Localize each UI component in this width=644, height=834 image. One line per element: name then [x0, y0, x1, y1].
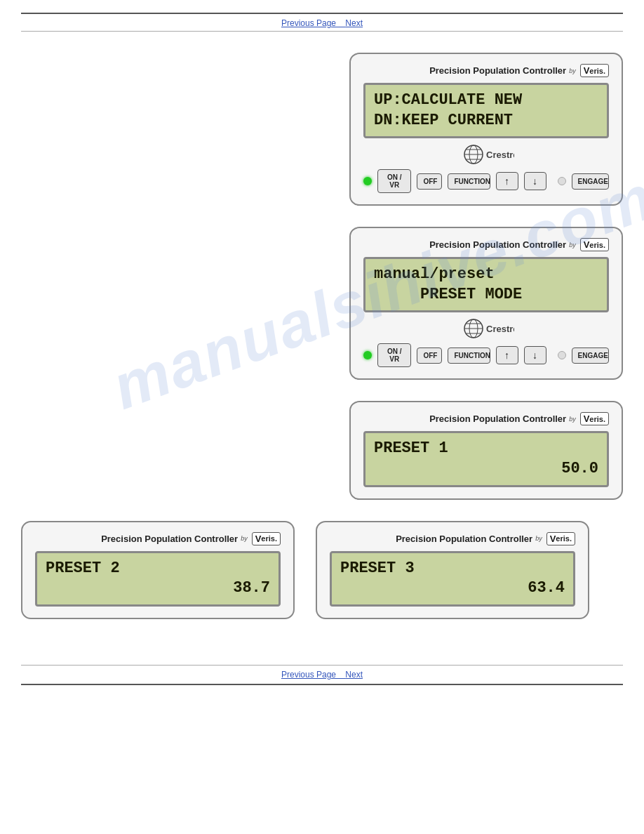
- controller-box-5: Precision Population Controller by Veris…: [316, 521, 589, 619]
- led-green-1: [363, 177, 372, 185]
- lcd-line-3-top: PRESET 1: [374, 439, 598, 459]
- top-nav-link-next[interactable]: Next: [345, 18, 363, 28]
- ctrl-header-3: Precision Population Controller by Veris…: [363, 412, 609, 425]
- controller-box-2: Precision Population Controller by Veris…: [349, 227, 623, 380]
- controller-box-3: Precision Population Controller by Veris…: [349, 401, 623, 499]
- ctrl-logo-2: Veris.: [580, 238, 609, 251]
- bottom-nav-link-next[interactable]: Next: [345, 670, 363, 680]
- led-green-2: [363, 351, 372, 359]
- btn-row-2: ON / VR OFF FUNCTION ↑ ↓ ENGAGE: [363, 343, 609, 367]
- top-navigation: Previous Page Next: [0, 14, 644, 31]
- ctrl-by-4: by: [241, 535, 248, 542]
- panel-row-bottom: Precision Population Controller by Veris…: [21, 521, 623, 619]
- lcd-display-4: PRESET 2 38.7: [35, 551, 281, 607]
- ctrl-logo-5: Veris.: [546, 532, 575, 545]
- lcd-display-3: PRESET 1 50.0: [363, 431, 609, 486]
- ctrl-title-3: Precision Population Controller: [429, 413, 566, 424]
- btn-up-1[interactable]: ↑: [496, 172, 518, 190]
- btn-down-2[interactable]: ↓: [524, 346, 546, 364]
- btn-function-1[interactable]: FUNCTION: [448, 173, 490, 190]
- ctrl-header-1: Precision Population Controller by Veris…: [363, 64, 609, 77]
- btn-off-2[interactable]: OFF: [417, 348, 442, 364]
- lcd-line-5-bottom: 63.4: [340, 578, 565, 599]
- panel-container-3: Precision Population Controller by Veris…: [21, 401, 623, 499]
- lcd-display-5: PRESET 3 63.4: [330, 551, 575, 607]
- ctrl-logo-1: Veris.: [580, 64, 609, 77]
- footnote-text: [21, 633, 623, 641]
- ctrl-header-2: Precision Population Controller by Veris…: [363, 238, 609, 251]
- btn-engage-2[interactable]: ENGAGE: [572, 348, 609, 364]
- btn-engage-1[interactable]: ENGAGE: [572, 173, 609, 190]
- lcd-line-4-bottom: 38.7: [46, 578, 270, 599]
- ctrl-header-4: Precision Population Controller by Veris…: [35, 532, 281, 545]
- btn-up-2[interactable]: ↑: [496, 346, 518, 364]
- btn-row-1: ON / VR OFF FUNCTION ↑ ↓ ENGAGE: [363, 169, 609, 193]
- controller-box-4: Precision Population Controller by Veris…: [21, 521, 295, 619]
- bottom-nav-link-prev[interactable]: Previous Page: [281, 670, 336, 680]
- lcd-display-1: UP:CALCULATE NEW DN:KEEP CURRENT: [363, 83, 609, 138]
- crestron-globe-icon-2: Crestron: [458, 318, 514, 339]
- btn-off-1[interactable]: OFF: [417, 173, 442, 190]
- btn-function-2[interactable]: FUNCTION: [448, 348, 490, 364]
- crestron-logo-area-1: Crestron: [363, 144, 609, 165]
- controller-box-1: Precision Population Controller by Veris…: [349, 53, 623, 206]
- ctrl-title-5: Precision Population Controller: [396, 534, 532, 544]
- crestron-logo-area-2: Crestron: [363, 318, 609, 339]
- btn-down-1[interactable]: ↓: [524, 172, 546, 190]
- lcd-line-1-2: DN:KEEP CURRENT: [374, 111, 598, 131]
- svg-text:Crestron: Crestron: [486, 324, 514, 334]
- lcd-display-2: manual/preset PRESET MODE: [363, 257, 609, 312]
- lcd-line-3-bottom: 50.0: [374, 459, 598, 479]
- ctrl-by-3: by: [569, 416, 576, 423]
- bottom-navigation: Previous Page Next: [0, 666, 644, 684]
- btn-onvr-2[interactable]: ON / VR: [377, 343, 411, 367]
- svg-text:Crestron: Crestron: [486, 150, 514, 160]
- lcd-line-5-top: PRESET 3: [340, 559, 565, 579]
- ctrl-logo-3: Veris.: [580, 412, 609, 425]
- panel-container-1: Precision Population Controller by Veris…: [21, 53, 623, 206]
- btn-onvr-1[interactable]: ON / VR: [377, 169, 411, 193]
- lcd-line-1-1: UP:CALCULATE NEW: [374, 91, 598, 111]
- ctrl-title-1: Precision Population Controller: [429, 65, 566, 76]
- crestron-globe-icon-1: Crestron: [458, 144, 514, 165]
- lcd-line-4-top: PRESET 2: [46, 559, 270, 579]
- led-off-1: [558, 177, 566, 185]
- ctrl-title-4: Precision Population Controller: [101, 534, 238, 544]
- ctrl-by-2: by: [569, 241, 576, 249]
- led-off-2: [558, 351, 566, 359]
- lcd-line-2-1: manual/preset: [374, 265, 598, 285]
- ctrl-logo-4: Veris.: [252, 532, 281, 545]
- lcd-line-2-2: PRESET MODE: [374, 285, 598, 305]
- ctrl-by-5: by: [535, 535, 542, 542]
- top-nav-link-prev[interactable]: Previous Page: [281, 18, 336, 28]
- panel-container-2: Precision Population Controller by Veris…: [21, 227, 623, 380]
- ctrl-by-1: by: [569, 67, 576, 74]
- ctrl-header-5: Precision Population Controller by Veris…: [330, 532, 575, 545]
- ctrl-title-2: Precision Population Controller: [429, 239, 566, 250]
